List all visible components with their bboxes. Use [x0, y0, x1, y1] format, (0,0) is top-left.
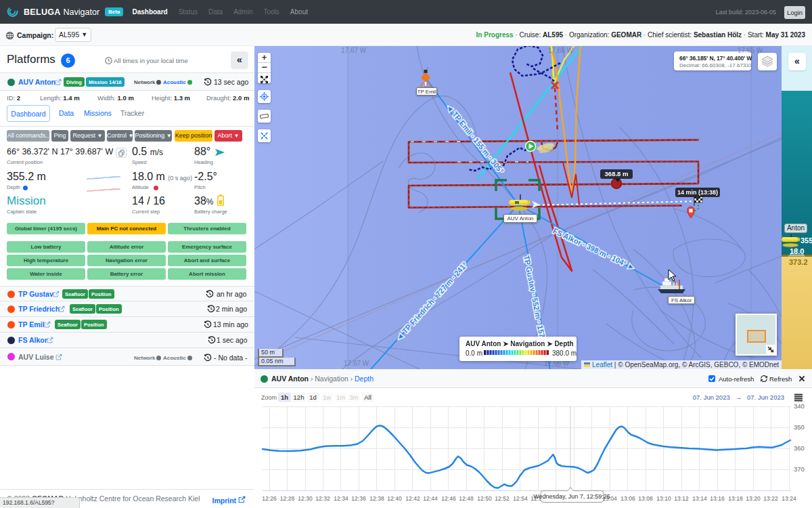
svg-text:13:10: 13:10	[656, 495, 671, 502]
svg-text:340: 340	[794, 402, 805, 410]
svg-text:13:12: 13:12	[674, 495, 689, 502]
svg-text:1m: 1m	[336, 394, 345, 401]
svg-text:355: 355	[800, 236, 812, 245]
svg-text:13:18: 13:18	[728, 495, 743, 502]
svg-text:3m: 3m	[349, 394, 358, 401]
svg-text:All: All	[364, 394, 371, 401]
svg-text:12:50: 12:50	[477, 495, 492, 502]
svg-text:12:36: 12:36	[351, 495, 366, 502]
svg-text:12:26: 12:26	[262, 495, 277, 502]
svg-text:Zoom: Zoom	[261, 394, 277, 401]
svg-text:13:16: 13:16	[710, 495, 725, 502]
svg-text:1d: 1d	[309, 394, 317, 401]
svg-text:13:08: 13:08	[638, 495, 653, 502]
svg-text:360: 360	[794, 444, 805, 452]
svg-text:12:44: 12:44	[423, 495, 438, 502]
svg-text:1h: 1h	[281, 394, 288, 401]
svg-text:13:06: 13:06	[621, 495, 635, 502]
svg-text:Wednesday, Jun 7, 12:59:25: Wednesday, Jun 7, 12:59:25	[533, 493, 610, 500]
svg-text:12:48: 12:48	[459, 495, 474, 502]
svg-text:12:46: 12:46	[441, 495, 456, 502]
svg-text:12:32: 12:32	[315, 495, 330, 502]
svg-text:13:24: 13:24	[782, 495, 796, 502]
svg-text:370: 370	[794, 465, 805, 473]
svg-text:12:52: 12:52	[495, 495, 510, 502]
svg-text:12:40: 12:40	[387, 495, 402, 502]
svg-text:12:28: 12:28	[280, 495, 295, 502]
svg-text:1w: 1w	[323, 394, 331, 401]
svg-text:12h: 12h	[294, 394, 304, 401]
svg-text:13:20: 13:20	[746, 495, 761, 502]
svg-text:12:34: 12:34	[334, 495, 348, 502]
svg-text:12:38: 12:38	[369, 495, 384, 502]
svg-text:18.0: 18.0	[790, 247, 804, 255]
svg-text:373.2: 373.2	[789, 258, 808, 266]
svg-text:07. Jun 2023 → 07. Jun 202: 07. Jun 2023 → 07. Jun 2023	[693, 394, 784, 401]
svg-text:12:54: 12:54	[513, 495, 528, 502]
svg-text:350: 350	[794, 423, 805, 431]
svg-text:12:30: 12:30	[298, 495, 313, 502]
svg-text:13:14: 13:14	[692, 495, 707, 502]
svg-text:13:22: 13:22	[763, 495, 778, 502]
svg-text:12:42: 12:42	[405, 495, 420, 502]
